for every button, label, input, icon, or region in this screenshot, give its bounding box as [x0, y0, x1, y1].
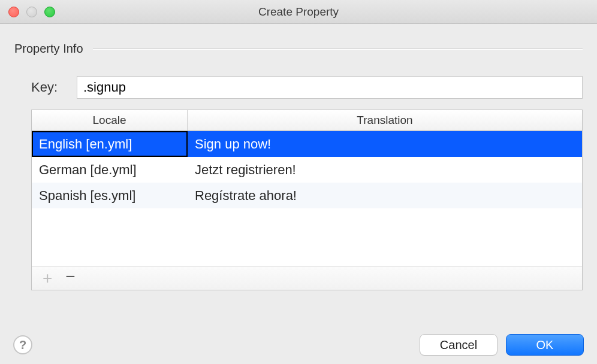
table-row[interactable]: English [en.yml]Sign up now!	[32, 131, 582, 157]
section-divider	[93, 48, 583, 49]
add-row-button[interactable]: +	[43, 270, 52, 287]
table-row[interactable]: German [de.yml]Jetzt registrieren!	[32, 157, 582, 183]
key-label: Key:	[31, 80, 66, 95]
locale-cell[interactable]: German [de.yml]	[32, 157, 188, 183]
minimize-window-button[interactable]	[26, 7, 37, 17]
ok-button[interactable]: OK	[506, 334, 584, 356]
cancel-button[interactable]: Cancel	[420, 334, 498, 356]
section-label: Property Info	[14, 42, 83, 56]
dialog-footer: ? Cancel OK	[13, 334, 584, 356]
translation-cell[interactable]: Sign up now!	[188, 131, 582, 157]
close-window-button[interactable]	[8, 7, 19, 17]
titlebar: Create Property	[0, 0, 597, 24]
window-title: Create Property	[0, 5, 597, 19]
help-button[interactable]: ?	[13, 335, 32, 354]
table-body: English [en.yml]Sign up now!German [de.y…	[32, 131, 582, 266]
section-header: Property Info	[14, 42, 583, 59]
remove-row-button[interactable]: −	[65, 268, 75, 285]
table-toolbar: + −	[32, 266, 582, 290]
translation-cell[interactable]: Regístrate ahora!	[188, 183, 582, 208]
locale-cell[interactable]: Spanish [es.yml]	[32, 183, 188, 208]
dialog-content: Property Info Key: Locale Translation En…	[0, 24, 597, 301]
table-row[interactable]: Spanish [es.yml]Regístrate ahora!	[32, 183, 582, 208]
locale-cell[interactable]: English [en.yml]	[32, 131, 188, 157]
key-row: Key:	[31, 76, 583, 99]
key-input[interactable]	[77, 76, 583, 99]
column-header-translation[interactable]: Translation	[188, 110, 582, 131]
column-header-locale[interactable]: Locale	[32, 110, 188, 131]
table-header: Locale Translation	[32, 110, 582, 131]
translations-table: Locale Translation English [en.yml]Sign …	[31, 110, 583, 290]
window-controls	[8, 7, 55, 17]
maximize-window-button[interactable]	[44, 7, 55, 17]
translation-cell[interactable]: Jetzt registrieren!	[188, 157, 582, 183]
